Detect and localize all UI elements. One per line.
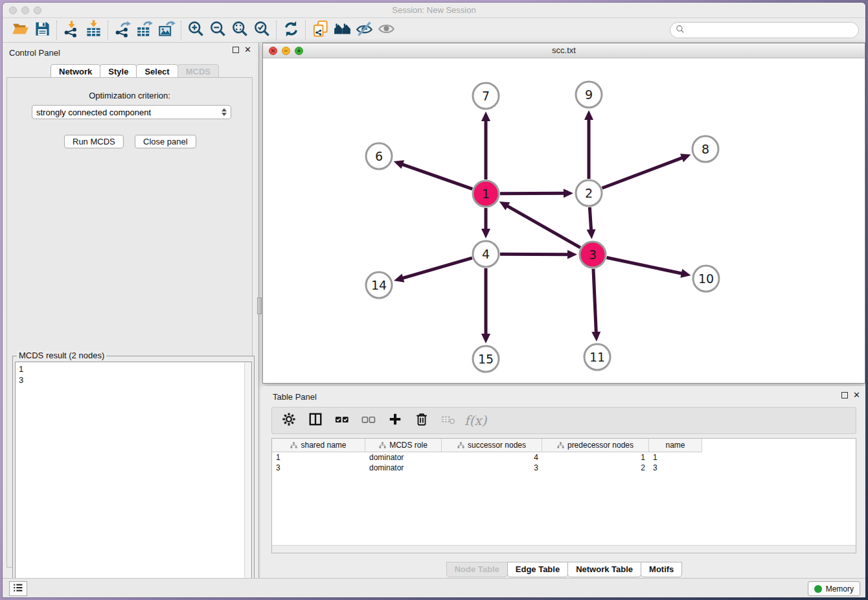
table-cell[interactable]: 3 — [649, 463, 702, 473]
table-panel: Table Panel ✕ f(x) shared nameMCDS roles… — [262, 386, 865, 577]
edge-2-3[interactable] — [589, 207, 591, 232]
open-session-button[interactable] — [9, 20, 31, 41]
export-table-button[interactable] — [133, 20, 155, 41]
edge-arrowhead — [680, 269, 691, 278]
create-column-button[interactable] — [385, 410, 405, 431]
copy-network-button[interactable] — [309, 20, 331, 41]
close-table-panel-icon[interactable]: ✕ — [853, 392, 860, 398]
float-table-panel-icon[interactable] — [841, 392, 848, 398]
close-window-icon[interactable] — [9, 6, 17, 14]
table-tab-node-table[interactable]: Node Table — [446, 562, 508, 577]
network-window-titlebar[interactable]: ✕ − + scc.txt — [263, 43, 865, 58]
table-cell[interactable]: 4 — [442, 452, 542, 463]
edge-4-3[interactable] — [500, 254, 570, 255]
edge-3-11[interactable] — [593, 269, 596, 334]
close-panel-icon[interactable]: ✕ — [244, 47, 251, 53]
import-table-button[interactable] — [82, 20, 104, 41]
tree-sort-icon — [379, 442, 386, 449]
table-cell[interactable]: 1 — [542, 452, 649, 463]
first-neighbors-button[interactable] — [331, 20, 353, 41]
column-header-successor-nodes[interactable]: successor nodes — [442, 439, 542, 452]
zoom-window-icon[interactable] — [34, 6, 41, 14]
deselect-all-button[interactable] — [358, 410, 379, 431]
table-row-1[interactable]: 3dominator323 — [272, 463, 856, 473]
select-all-button[interactable] — [332, 410, 352, 431]
edge-1-2[interactable] — [500, 193, 566, 194]
search-field[interactable] — [688, 26, 853, 35]
criterion-dropdown[interactable]: strongly connected component — [32, 105, 231, 119]
network-zoom-icon[interactable]: + — [295, 47, 303, 55]
task-history-button[interactable] — [9, 581, 27, 596]
table-tab-network-table[interactable]: Network Table — [567, 562, 641, 577]
column-header-name[interactable]: name — [649, 439, 702, 452]
zoom-fit-button[interactable] — [229, 20, 251, 41]
memory-button[interactable]: Memory — [808, 581, 860, 596]
search-input[interactable] — [670, 22, 859, 38]
delete-table-button[interactable] — [438, 410, 459, 431]
splitter-handle[interactable] — [257, 297, 262, 314]
float-panel-icon[interactable] — [233, 47, 239, 53]
export-network-button[interactable] — [111, 20, 133, 41]
zoom-in-icon — [187, 20, 205, 40]
edge-arrowhead — [591, 332, 600, 341]
result-scrollbar[interactable] — [244, 362, 251, 597]
table-settings-button[interactable] — [279, 410, 299, 431]
edge-arrowhead — [394, 160, 404, 168]
toolbar-separator — [56, 21, 57, 40]
fx-icon: f(x) — [464, 413, 486, 428]
table-cell[interactable]: 3 — [442, 463, 542, 473]
network-window: ✕ − + scc.txt 7968124314101511 — [262, 43, 865, 384]
refresh-layout-button[interactable] — [280, 20, 302, 41]
open-folder-icon — [12, 20, 29, 40]
network-close-icon[interactable]: ✕ — [269, 47, 277, 55]
table-cell[interactable]: 1 — [649, 452, 702, 463]
column-header-predecessor-nodes[interactable]: predecessor nodes — [542, 439, 649, 452]
export-image-button[interactable] — [155, 20, 177, 41]
memory-label: Memory — [826, 584, 854, 594]
table-horizontal-scrollbar[interactable] — [272, 545, 856, 553]
table-row-0[interactable]: 1dominator411 — [272, 452, 856, 463]
window-titlebar[interactable]: Session: New Session — [3, 3, 865, 18]
table-tab-motifs[interactable]: Motifs — [641, 562, 682, 577]
export-image-icon — [158, 20, 176, 40]
column-visibility-button[interactable] — [305, 410, 326, 431]
edge-3-10[interactable] — [607, 258, 684, 274]
column-label: name — [665, 441, 685, 450]
optimization-criterion-label: Optimization criterion: — [7, 91, 252, 100]
table-cell[interactable]: dominator — [365, 452, 442, 463]
table-cell[interactable]: 2 — [542, 463, 649, 473]
table-cell[interactable]: 3 — [272, 463, 365, 473]
node-label-6: 6 — [375, 149, 383, 163]
edge-arrowhead — [481, 229, 490, 238]
mcds-result-text[interactable]: 1 3 — [15, 362, 252, 597]
network-canvas[interactable]: 7968124314101511 — [263, 58, 865, 383]
table-tab-edge-table[interactable]: Edge Table — [507, 562, 568, 577]
network-minimize-icon[interactable]: − — [282, 47, 290, 55]
hide-selected-button[interactable] — [353, 20, 375, 41]
eye-icon — [378, 20, 395, 40]
function-builder-button[interactable]: f(x) — [464, 410, 486, 431]
table-cell[interactable]: 1 — [272, 452, 365, 463]
save-session-button[interactable] — [31, 20, 53, 41]
floppy-disk-icon — [34, 20, 51, 40]
edge-2-8[interactable] — [602, 157, 685, 188]
edge-1-6[interactable] — [400, 164, 472, 189]
column-header-shared-name[interactable]: shared name — [272, 439, 365, 452]
edge-4-14[interactable] — [401, 258, 472, 279]
zoom-out-button[interactable] — [207, 20, 229, 41]
zoom-in-button[interactable] — [185, 20, 207, 41]
close-panel-button[interactable]: Close panel — [135, 135, 196, 148]
column-header-MCDS-role[interactable]: MCDS role — [365, 439, 442, 452]
import-table-icon — [85, 20, 102, 40]
import-network-button[interactable] — [60, 20, 82, 41]
node-label-14: 14 — [371, 278, 387, 292]
table-cell[interactable]: dominator — [365, 463, 442, 473]
delete-column-button[interactable] — [411, 410, 432, 431]
show-all-button[interactable] — [375, 20, 397, 41]
zoom-selected-icon — [253, 20, 271, 40]
zoom-selected-button[interactable] — [251, 20, 273, 41]
minimize-window-icon[interactable] — [21, 6, 29, 14]
node-label-1: 1 — [482, 187, 490, 201]
run-mcds-button[interactable]: Run MCDS — [64, 135, 124, 148]
edge-3-1[interactable] — [505, 205, 580, 248]
